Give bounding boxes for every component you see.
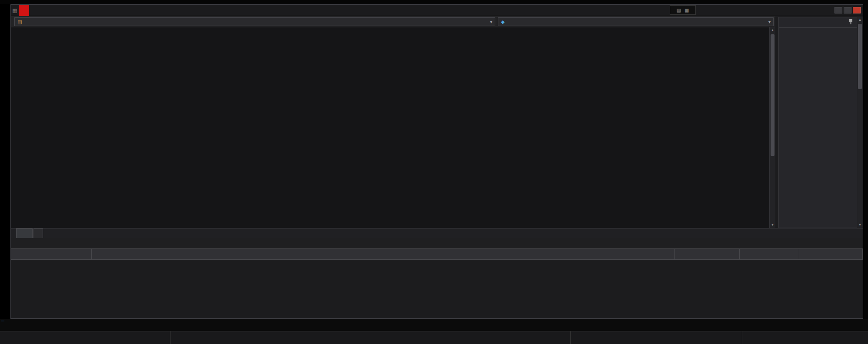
column-header-line[interactable] [740, 249, 799, 259]
tab-adx[interactable] [16, 228, 33, 238]
scroll-down-icon[interactable]: ▼ [857, 222, 863, 228]
minimize-button[interactable] [835, 7, 842, 13]
bottom-status-strip [0, 331, 868, 344]
explorer-scrollbar[interactable]: ▲ ▼ [857, 17, 863, 228]
new-tab-button[interactable] [33, 228, 43, 238]
background-chart-icon-2: ▦ [684, 7, 689, 13]
background-chart-icon-1: ▤ [677, 7, 681, 13]
app-icon: ▦ [11, 7, 19, 13]
chevron-down-icon[interactable]: ▾ [766, 20, 773, 24]
close-button[interactable] [853, 7, 861, 13]
symbol-badge [1, 321, 4, 321]
pin-icon[interactable] [849, 19, 853, 26]
explorer-tree [779, 29, 856, 228]
status-separator [170, 331, 170, 344]
titlebar: ▦ [11, 5, 863, 16]
background-bottom-gap [0, 319, 868, 331]
restore-button[interactable] [844, 7, 851, 13]
code-editor[interactable] [11, 27, 769, 228]
class-icon: ▤ [17, 19, 22, 25]
status-separator [742, 331, 742, 344]
scroll-down-icon[interactable]: ▼ [770, 222, 775, 228]
window-title [19, 5, 29, 16]
status-separator [570, 331, 571, 344]
screen: ▦ ▤ ▾ ◆ ▾ ▲ ▼ [0, 0, 868, 344]
member-selector-dropdown[interactable]: ◆ ▾ [498, 17, 774, 26]
class-selector-dropdown[interactable]: ▤ ▾ [14, 17, 495, 26]
column-header-error[interactable] [92, 249, 675, 259]
column-header-file[interactable] [11, 249, 92, 259]
selector-row: ▤ ▾ ◆ ▾ [11, 16, 775, 27]
ninjascript-explorer-panel [778, 17, 863, 228]
chevron-down-icon[interactable]: ▾ [487, 20, 495, 24]
column-header-column[interactable] [799, 249, 863, 259]
error-banner [11, 238, 863, 248]
background-right-strip [863, 4, 868, 331]
column-header-code[interactable] [675, 249, 740, 259]
background-top-strip [0, 0, 868, 4]
scrollbar-thumb[interactable] [858, 24, 862, 89]
editor-scrollbar[interactable]: ▲ ▼ [769, 27, 775, 228]
document-tabstrip [11, 228, 863, 238]
scroll-up-icon[interactable]: ▲ [857, 17, 863, 23]
member-icon: ◆ [501, 19, 504, 25]
window-controls [835, 7, 863, 13]
scrollbar-thumb[interactable] [771, 34, 775, 156]
explorer-header [779, 17, 862, 28]
background-window-widget: ▤ ▦ [670, 5, 696, 15]
error-dot-icon [14, 241, 20, 246]
ninjascript-editor-window: ▦ ▤ ▾ ◆ ▾ ▲ ▼ [10, 4, 863, 319]
scroll-up-icon[interactable]: ▲ [770, 27, 775, 33]
error-table-header [11, 248, 863, 260]
